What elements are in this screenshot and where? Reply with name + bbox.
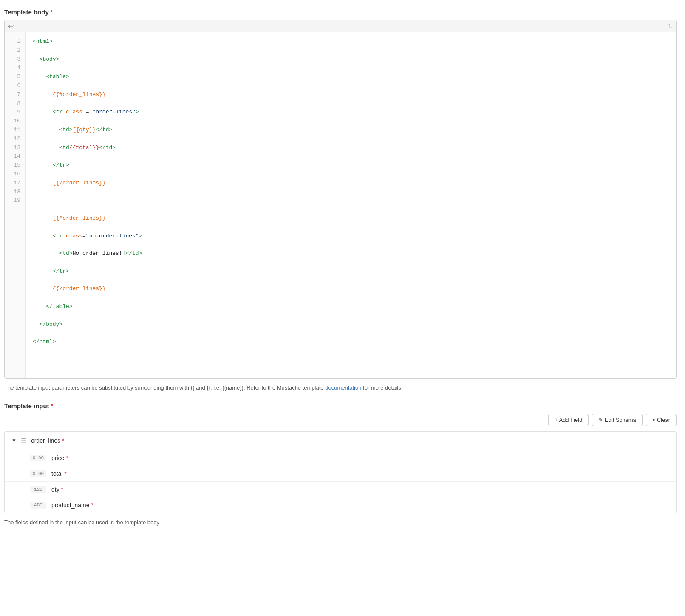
edit-schema-button[interactable]: ✎ Edit Schema bbox=[592, 414, 642, 426]
documentation-link[interactable]: documentation bbox=[325, 384, 361, 391]
code-editor-body: 12345 678910 1112131415 16171819 <html> … bbox=[5, 32, 676, 378]
resize-icon[interactable]: ⇅ bbox=[668, 23, 673, 30]
template-input-required: * bbox=[51, 402, 53, 409]
field-type-badge: ABC bbox=[30, 502, 46, 509]
line-numbers: 12345 678910 1112131415 16171819 bbox=[5, 32, 26, 378]
field-type-badge: 0.00 bbox=[30, 455, 46, 461]
field-name: qty * bbox=[51, 486, 63, 493]
field-type-badge: 0.00 bbox=[30, 470, 46, 477]
field-row: 123 qty * bbox=[5, 482, 676, 497]
fields-container: ▼ ☰ order_lines * 0.00 price * 0.00 tota… bbox=[4, 431, 677, 513]
template-input-label: Template input * bbox=[4, 402, 677, 410]
template-body-required: * bbox=[51, 9, 53, 16]
field-group-name: order_lines * bbox=[31, 437, 65, 444]
code-content[interactable]: <html> <body> <table> {{#order_lines}} <… bbox=[26, 32, 676, 378]
template-body-section: Template body * ↩ ⇅ 12345 678910 1112131… bbox=[4, 8, 677, 392]
field-row: ABC product_name * bbox=[5, 497, 676, 513]
code-editor-header: ↩ ⇅ bbox=[5, 20, 676, 32]
field-name: product_name * bbox=[51, 502, 93, 509]
field-name: total * bbox=[51, 470, 67, 477]
field-group-required-star: * bbox=[60, 437, 64, 444]
add-field-button[interactable]: + Add Field bbox=[548, 414, 589, 426]
template-input-section: Template input * + Add Field ✎ Edit Sche… bbox=[4, 402, 677, 526]
drag-handle-icon[interactable]: ☰ bbox=[21, 437, 27, 445]
footer-text: The fields defined in the input can be u… bbox=[4, 519, 677, 526]
clear-button[interactable]: × Clear bbox=[646, 414, 677, 426]
collapse-icon[interactable]: ↩ bbox=[8, 22, 14, 30]
field-group-header: ▼ ☰ order_lines * bbox=[5, 432, 676, 450]
chevron-down-icon[interactable]: ▼ bbox=[11, 438, 17, 444]
field-row: 0.00 price * bbox=[5, 450, 676, 466]
template-body-label: Template body * bbox=[4, 8, 677, 16]
helper-text: The template input parameters can be sub… bbox=[4, 384, 677, 392]
field-name: price * bbox=[51, 455, 68, 461]
code-editor[interactable]: ↩ ⇅ 12345 678910 1112131415 16171819 <ht… bbox=[4, 20, 677, 379]
toolbar: + Add Field ✎ Edit Schema × Clear bbox=[4, 414, 677, 426]
field-type-badge: 123 bbox=[30, 486, 46, 493]
field-row: 0.00 total * bbox=[5, 466, 676, 482]
